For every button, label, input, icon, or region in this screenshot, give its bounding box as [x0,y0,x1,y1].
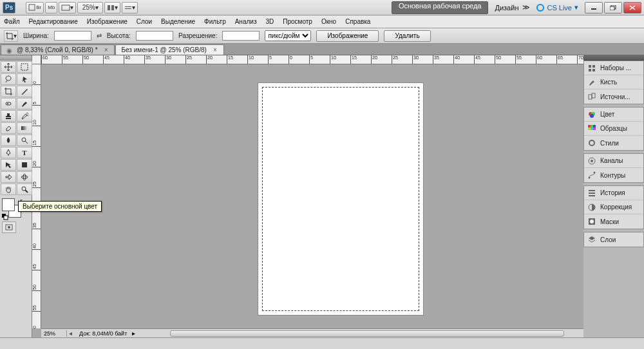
ruler-tick: 60 [41,55,62,64]
dodge-tool-icon[interactable] [17,135,32,146]
3d-camera-tool-icon[interactable] [17,171,32,183]
screen-mode-button[interactable]: ▾ [59,2,76,14]
menu-layers[interactable]: Слои [137,18,152,25]
horizontal-ruler[interactable]: 6055504540353025201510505101520253035404… [41,55,583,64]
menu-select[interactable]: Выделение [161,18,195,25]
blur-tool-icon[interactable] [1,135,16,146]
tab-close-icon[interactable]: × [213,46,217,53]
panel-button[interactable]: Кисть [584,75,643,90]
default-colors-icon[interactable] [2,214,8,220]
panel-button[interactable]: Наборы ... [584,61,643,75]
ruler-tick: 20 [371,55,392,64]
svg-line-10 [630,6,635,10]
zoom-tool-icon[interactable] [17,184,32,195]
svg-rect-5 [125,8,131,9]
eyedropper-tool-icon[interactable] [17,86,32,97]
doc-info-flyout-icon[interactable]: ▸ [132,330,135,337]
document-tab[interactable]: Без имени-1 @ 25% (RGB/8) × [115,44,223,55]
panel-button[interactable]: Цвет [584,108,643,122]
menu-edit[interactable]: Редактирование [29,18,78,25]
dock-drag-handle[interactable] [583,55,644,61]
hand-tool-icon[interactable] [1,184,16,195]
panel-group: ЦветОбразцыСтили [583,107,644,151]
document-tab[interactable]: ◉ @ 8,33% (Слой 0, RGB/8) * × [1,44,115,55]
eraser-tool-icon[interactable] [1,122,16,134]
delete-button[interactable]: Удалить [384,30,430,42]
panel-label: История [600,189,625,196]
extras-button[interactable]: ▾ [122,2,138,14]
resolution-input[interactable] [222,31,260,41]
gradient-tool-icon[interactable] [17,122,32,134]
panel-button[interactable]: Образцы [584,122,643,136]
ruler-origin[interactable] [32,55,41,64]
menu-help[interactable]: Справка [345,18,370,25]
panel-button[interactable]: Слои [584,232,643,247]
quick-select-tool-icon[interactable] [17,73,32,85]
panel-button[interactable]: Коррекция [584,200,643,214]
arrange-documents-button[interactable]: ▾ [104,2,120,14]
panel-group: Слои [583,232,644,247]
svg-rect-40 [588,127,591,130]
menu-analysis[interactable]: Анализ [235,18,257,25]
workspace-essentials-button[interactable]: Основная рабочая среда [392,1,489,14]
panel-button[interactable]: История [584,186,643,200]
menu-3d[interactable]: 3D [265,18,274,25]
panel-button[interactable]: Источни... [584,90,643,104]
layers-icon [587,235,596,244]
quick-mask-button[interactable] [2,222,16,233]
stamp-tool-icon[interactable] [1,110,16,122]
foreground-color-swatch[interactable] [2,198,15,211]
tab-close-icon[interactable]: × [104,46,108,53]
panel-drag-handle[interactable] [0,55,32,61]
history-brush-tool-icon[interactable] [17,110,32,122]
units-select[interactable]: пикс/дюйм [265,30,311,41]
ruler-tick: 55 [32,291,41,312]
window-close-button[interactable] [623,2,641,14]
healing-tool-icon[interactable] [1,98,16,109]
swap-wh-icon[interactable]: ⇄ [97,32,102,39]
shape-tool-icon[interactable] [17,159,32,171]
panel-button[interactable]: Каналы [584,154,643,168]
svg-point-17 [22,138,26,142]
3d-rotate-tool-icon[interactable] [1,171,16,183]
path-select-tool-icon[interactable] [1,159,16,171]
workspace-design-button[interactable]: Дизайн≫ [495,3,530,12]
active-tool-crop-icon[interactable]: ▾ [4,30,18,42]
zoom-level-select[interactable]: 25% ▾ [77,2,103,14]
marquee-tool-icon[interactable] [17,61,32,73]
brush-tool-icon[interactable] [17,98,32,109]
svg-rect-25 [4,216,8,220]
panel-button[interactable]: Контуры [584,168,643,182]
panel-button[interactable]: Стили [584,136,643,150]
move-tool-icon[interactable] [1,61,16,73]
canvas-document[interactable] [258,82,424,316]
panel-label: Контуры [600,172,625,179]
menu-window[interactable]: Окно [321,18,336,25]
window-minimize-button[interactable] [585,2,603,14]
menu-view[interactable]: Просмотр [283,18,312,25]
hscroll-thumb[interactable] [170,330,564,337]
doc-info-text[interactable]: Док: 8,04M/0 байт [74,330,132,337]
panel-button[interactable]: Маски [584,214,643,229]
menu-filter[interactable]: Фильтр [204,18,226,25]
cs-live-button[interactable]: CS Live▾ [536,3,578,12]
pen-tool-icon[interactable] [1,147,16,158]
lasso-tool-icon[interactable] [1,73,16,85]
panel-group: КаналыКонтуры [583,153,644,183]
bridge-button[interactable]: Br [26,2,44,14]
ruler-tick: 60 [536,55,556,64]
height-input[interactable] [136,31,173,41]
scroll-left-icon[interactable]: ◂ [67,330,74,337]
menu-file[interactable]: Файл [4,18,20,25]
menu-image[interactable]: Изображение [87,18,128,25]
crop-tool-icon[interactable] [1,86,16,97]
svg-point-43 [589,140,594,146]
zoom-display[interactable]: 25% [41,330,67,337]
type-tool-icon[interactable]: T [17,147,32,158]
mini-bridge-button[interactable]: Mb [45,2,57,14]
width-input[interactable] [54,31,91,41]
vertical-ruler[interactable]: 0510152025303540455055606570758085 [32,64,41,328]
svg-point-34 [589,112,592,116]
front-image-button[interactable]: Изображение [316,30,379,42]
window-restore-button[interactable] [604,2,622,14]
